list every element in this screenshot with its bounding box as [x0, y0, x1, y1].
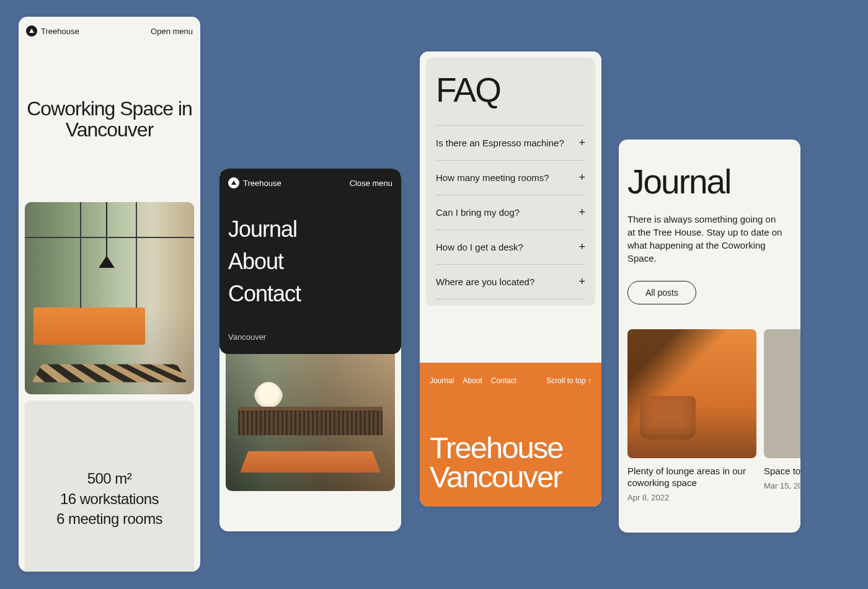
screen-menu-open: Treehouse Close menu Journal About Conta…	[219, 169, 401, 531]
footer-link-about[interactable]: About	[463, 376, 482, 385]
nav-journal[interactable]: Journal	[228, 213, 392, 246]
rug-decoration	[32, 365, 187, 383]
header: Treehouse Open menu	[19, 17, 200, 37]
screen-faq: FAQ Is there an Espresso machine? + How …	[420, 51, 601, 507]
faq-question: Can I bring my dog?	[436, 207, 520, 218]
footer-brand-line2: Vancouver	[430, 463, 591, 492]
triangle-logo-icon	[228, 177, 239, 188]
faq-question: Is there an Espresso machine?	[436, 138, 564, 148]
stats-card: 500 m² 16 workstations 6 meeting rooms	[25, 401, 194, 572]
post-image	[764, 329, 800, 458]
post-title: Space to s	[764, 458, 800, 481]
screen-home: Treehouse Open menu Coworking Space in V…	[19, 17, 200, 572]
post-date: Apr 8, 2022	[627, 493, 756, 502]
nav-contact[interactable]: Contact	[228, 278, 392, 310]
plus-icon: +	[578, 206, 585, 219]
all-posts-button[interactable]: All posts	[627, 281, 696, 304]
footer-link-journal[interactable]: Journal	[430, 376, 454, 385]
brand-logo[interactable]: Treehouse	[228, 177, 281, 188]
stat-area: 500 m²	[37, 469, 182, 489]
journal-description: There is always something going on at th…	[627, 213, 792, 265]
scroll-to-top-button[interactable]: Scroll to top ↑	[546, 376, 591, 385]
faq-item[interactable]: Where are you located? +	[436, 264, 585, 299]
faq-question: How do I get a desk?	[436, 242, 523, 252]
brand-name: Treehouse	[41, 27, 79, 36]
header: Treehouse Close menu	[228, 177, 392, 188]
plus-icon: +	[578, 241, 585, 254]
post-image	[627, 329, 756, 458]
footer-brand: Treehouse Vancouver	[430, 385, 591, 491]
posts-carousel[interactable]: Plenty of lounge areas in our coworking …	[619, 329, 800, 502]
plus-icon: +	[578, 136, 585, 149]
footer-link-contact[interactable]: Contact	[491, 376, 516, 385]
triangle-logo-icon	[26, 25, 37, 37]
footer: Journal About Contact Scroll to top ↑ Tr…	[420, 363, 601, 507]
background-image	[226, 348, 395, 491]
close-menu-button[interactable]: Close menu	[350, 179, 392, 188]
hero-title: Coworking Space in Vancouver	[19, 37, 200, 140]
brand-logo[interactable]: Treehouse	[26, 25, 79, 37]
menu-overlay: Treehouse Close menu Journal About Conta…	[219, 169, 401, 354]
table-lamp-icon	[254, 382, 283, 412]
brand-name: Treehouse	[243, 179, 281, 188]
post-card[interactable]: Plenty of lounge areas in our coworking …	[627, 329, 756, 502]
post-title: Plenty of lounge areas in our coworking …	[627, 458, 756, 493]
faq-item[interactable]: How many meeting rooms? +	[436, 160, 585, 195]
faq-question: Where are you located?	[436, 277, 534, 287]
footer-brand-line1: Treehouse	[430, 433, 591, 463]
pendant-lamp-icon	[106, 202, 107, 258]
faq-item[interactable]: Is there an Espresso machine? +	[436, 125, 585, 160]
hero-image	[25, 202, 194, 394]
faq-question: How many meeting rooms?	[436, 172, 549, 183]
location-label: Vancouver	[228, 326, 392, 342]
screen-journal: Journal There is always something going …	[619, 140, 800, 533]
plus-icon: +	[578, 171, 585, 184]
footer-links: Journal About Contact	[430, 376, 516, 385]
stat-workstations: 16 workstations	[37, 489, 182, 509]
faq-card: FAQ Is there an Espresso machine? + How …	[426, 58, 595, 306]
primary-nav: Journal About Contact	[228, 188, 392, 326]
open-menu-button[interactable]: Open menu	[151, 27, 193, 36]
plus-icon: +	[578, 275, 585, 288]
journal-title: Journal	[627, 152, 792, 213]
post-card[interactable]: Space to s Mar 15, 202	[764, 329, 800, 502]
faq-title: FAQ	[436, 70, 585, 125]
nav-about[interactable]: About	[228, 246, 392, 278]
faq-item[interactable]: Can I bring my dog? +	[436, 195, 585, 229]
faq-item[interactable]: How do I get a desk? +	[436, 229, 585, 264]
post-date: Mar 15, 202	[764, 481, 800, 490]
stat-rooms: 6 meeting rooms	[37, 509, 182, 529]
footer-top: Journal About Contact Scroll to top ↑	[430, 376, 591, 385]
